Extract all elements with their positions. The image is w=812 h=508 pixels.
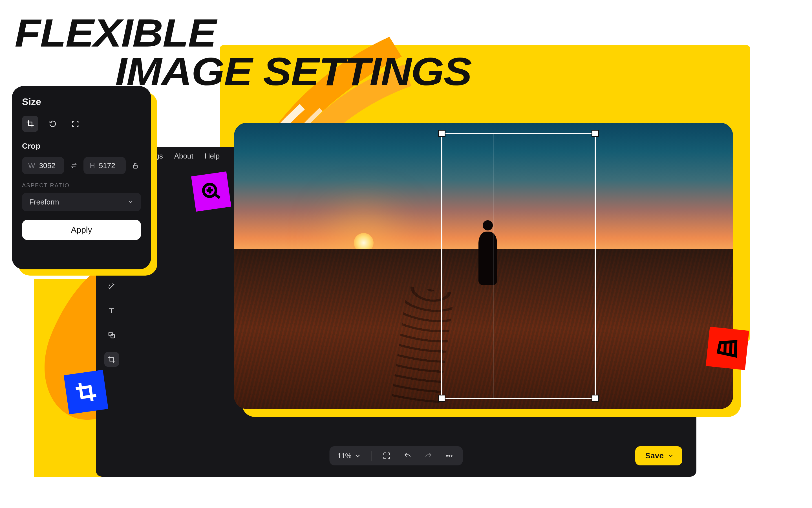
chevron-down-icon [668,453,674,459]
swap-icon[interactable] [68,159,80,172]
height-label: H [90,161,95,170]
divider [371,451,372,461]
save-label: Save [645,451,664,460]
chevron-down-icon [127,199,134,205]
lock-icon[interactable] [130,159,141,172]
apply-label: Apply [71,225,92,235]
rotate-icon[interactable] [45,116,61,132]
headline-line2: IMAGE SETTINGS [15,52,471,91]
bottom-toolbar: 11% [329,446,463,465]
crop-grid-line [442,222,595,222]
fit-screen-icon[interactable] [381,450,393,461]
accent-perspective [706,327,749,370]
undo-icon[interactable] [402,450,413,461]
aspect-ratio-value: Freeform [29,198,59,207]
crop-icon[interactable] [104,352,119,367]
crop-grid-line [493,134,493,398]
canvas[interactable] [234,123,733,409]
hero-headline: FLEXIBLE IMAGE SETTINGS [15,13,471,91]
crop-handle-tl[interactable] [438,130,446,137]
accent-crop [64,370,108,414]
zoom-control[interactable]: 11% [337,452,361,460]
width-label: W [28,161,35,170]
save-button[interactable]: Save [635,446,682,465]
crop-handle-bl[interactable] [438,395,446,402]
svg-point-3 [449,455,450,456]
panel-title: Size [22,96,141,107]
width-input[interactable]: W 3052 [22,157,64,174]
svg-point-2 [446,455,447,456]
canvas-area [234,123,733,409]
size-tool-row [22,116,141,132]
more-icon[interactable] [444,450,455,461]
menu-about[interactable]: About [174,152,193,161]
dimension-row: W 3052 H 5172 [22,157,141,174]
crop-grid-line [442,310,595,310]
menu-help[interactable]: Help [205,152,220,161]
magic-icon[interactable] [104,279,119,294]
crop-frame[interactable] [441,133,596,399]
height-input[interactable]: H 5172 [84,157,126,174]
crop-handle-tr[interactable] [591,130,599,137]
svg-rect-5 [133,165,137,168]
aspect-ratio-label: ASPECT RATIO [22,182,141,189]
crop-icon[interactable] [22,116,38,132]
redo-icon[interactable] [423,450,434,461]
svg-point-4 [451,455,452,456]
editor-menubar: ings About Help [149,152,220,161]
left-toolbar [103,279,121,367]
crop-section-label: Crop [22,141,141,151]
headline-line1: FLEXIBLE [15,11,216,55]
zoom-value: 11% [337,452,351,460]
shape-icon[interactable] [104,328,119,342]
aspect-ratio-select[interactable]: Freeform [22,193,141,211]
text-icon[interactable] [104,303,119,318]
crop-handle-br[interactable] [591,395,599,402]
crop-icon [73,379,99,405]
accent-zoom-in [191,171,231,212]
zoom-in-icon [199,179,223,204]
apply-button[interactable]: Apply [22,220,141,240]
photo-preview [234,123,733,409]
fullscreen-icon[interactable] [67,116,84,132]
height-value: 5172 [99,161,115,170]
perspective-crop-icon [715,336,740,361]
width-value: 3052 [39,161,55,170]
chevron-down-icon [354,452,362,460]
size-panel: Size Crop W 3052 H 5172 [12,86,151,269]
